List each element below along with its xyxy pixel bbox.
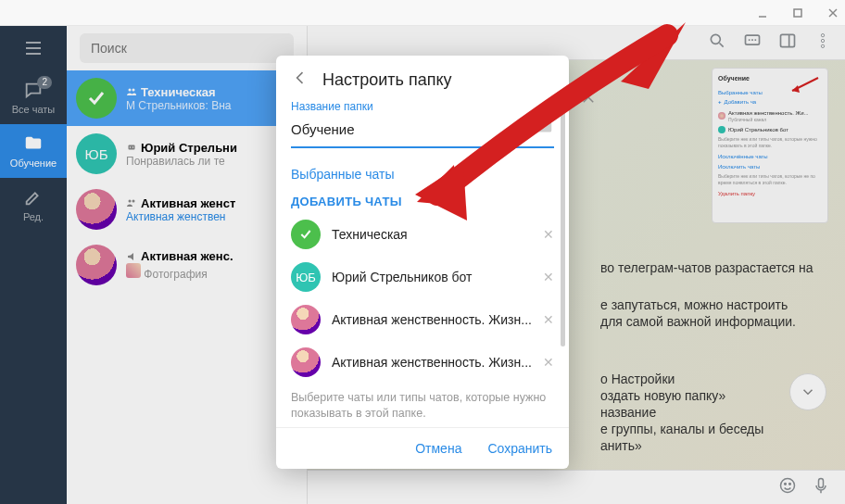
back-button[interactable]: [291, 69, 309, 91]
avatar: ЮБ: [291, 262, 321, 292]
selected-chat-row: Активная женственность. Жизн... ✕: [291, 344, 554, 381]
chat-name: Юрий Стрельников бот: [332, 270, 532, 284]
window-minimize-button[interactable]: [756, 6, 769, 19]
avatar: [291, 220, 321, 249]
section-hint: Выберите чаты или типы чатов, которые ну…: [291, 390, 554, 422]
chat-name: Активная женственность. Жизн...: [332, 312, 532, 327]
field-label: Название папки: [291, 100, 554, 113]
svg-marker-33: [621, 22, 686, 89]
folder-settings-modal: Настроить папку Название папки Выбранные…: [276, 56, 569, 469]
close-icon[interactable]: [580, 89, 597, 109]
folder-name-input[interactable]: [291, 121, 526, 137]
remove-chat-button[interactable]: ✕: [543, 355, 554, 370]
folder-icon: [534, 117, 554, 141]
add-chats-button[interactable]: ДОБАВИТЬ ЧАТЫ: [291, 195, 554, 208]
modal-overlay[interactable]: Настроить папку Название папки Выбранные…: [0, 26, 845, 504]
avatar: [291, 305, 321, 334]
window-close-button[interactable]: [826, 6, 839, 19]
remove-chat-button[interactable]: ✕: [543, 227, 554, 242]
save-button[interactable]: Сохранить: [487, 441, 552, 456]
selected-chat-row: Техническая ✕: [291, 216, 554, 253]
chat-name: Активная женственность. Жизн...: [332, 355, 532, 370]
remove-chat-button[interactable]: ✕: [543, 270, 554, 284]
remove-chat-button[interactable]: ✕: [543, 312, 554, 327]
avatar: [291, 347, 321, 377]
svg-rect-1: [794, 9, 801, 17]
modal-title: Настроить папку: [322, 70, 452, 90]
window-maximize-button[interactable]: [791, 6, 804, 19]
selected-chat-row: Активная женственность. Жизн... ✕: [291, 301, 554, 338]
chat-name: Техническая: [332, 227, 532, 242]
cancel-button[interactable]: Отмена: [415, 441, 461, 456]
scrollbar[interactable]: [561, 106, 565, 346]
selected-chat-row: ЮБ Юрий Стрельников бот ✕: [291, 258, 554, 296]
section-heading: Выбранные чаты: [291, 167, 554, 182]
window-titlebar: [0, 0, 845, 26]
